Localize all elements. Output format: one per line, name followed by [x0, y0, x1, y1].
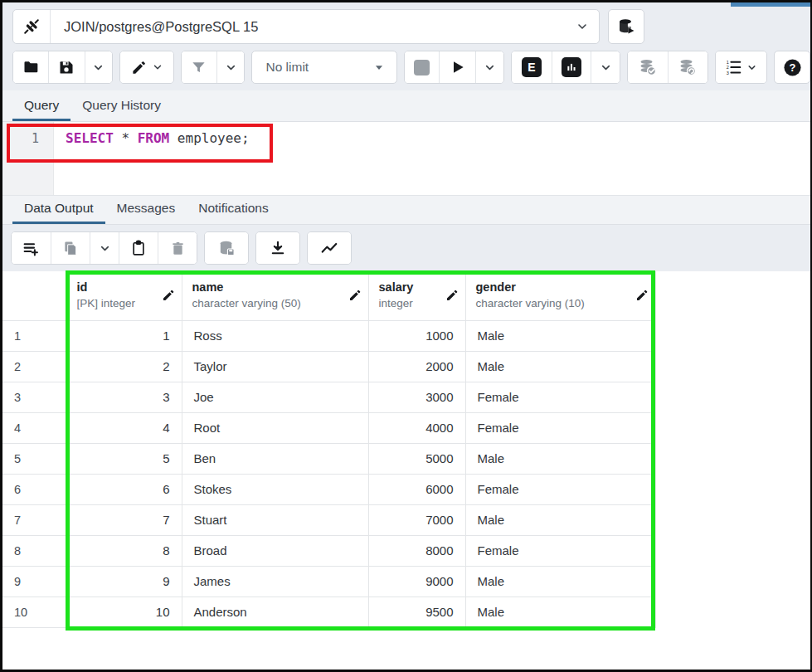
sql-editor[interactable]: 1 SELECT * FROM employee; [2, 122, 810, 195]
cell-gender[interactable]: Male [465, 443, 655, 474]
row-number[interactable]: 8 [2, 535, 66, 566]
results-table-header: id[PK] integernamecharacter varying (50)… [2, 271, 655, 320]
select-all-corner[interactable] [2, 271, 66, 320]
cell-id[interactable]: 8 [66, 535, 182, 566]
cell-name[interactable]: Ross [182, 320, 368, 351]
cell-id[interactable]: 7 [66, 504, 182, 535]
edit-dropdown-button[interactable] [120, 51, 173, 83]
cell-salary[interactable]: 3000 [368, 382, 465, 412]
save-file-button[interactable] [48, 51, 85, 83]
cell-salary[interactable]: 2000 [368, 351, 465, 382]
row-number[interactable]: 3 [2, 382, 66, 412]
execute-options-dropdown[interactable] [475, 51, 503, 83]
cell-salary[interactable]: 5000 [368, 443, 465, 474]
tab-data-output[interactable]: Data Output [12, 194, 105, 224]
copy-options-dropdown[interactable] [90, 232, 119, 264]
cell-salary[interactable]: 7000 [368, 504, 465, 535]
cell-gender[interactable]: Female [465, 474, 655, 504]
filter-button[interactable] [182, 51, 216, 83]
tab-query[interactable]: Query [12, 91, 71, 121]
row-number[interactable]: 9 [2, 566, 66, 597]
copy-button[interactable] [51, 232, 90, 264]
explain-button[interactable]: E [512, 51, 552, 83]
cell-salary[interactable]: 6000 [368, 474, 465, 504]
help-button[interactable]: ? [774, 51, 810, 84]
database-commit-icon [638, 57, 658, 77]
delete-row-button[interactable] [158, 232, 197, 264]
cell-gender[interactable]: Male [465, 504, 655, 535]
column-header-salary[interactable]: salaryinteger [368, 271, 465, 320]
row-number[interactable]: 7 [2, 504, 66, 535]
cell-salary[interactable]: 4000 [368, 412, 465, 443]
tab-query-history[interactable]: Query History [71, 91, 173, 121]
rollback-button[interactable] [668, 51, 707, 83]
column-header-gender[interactable]: gendercharacter varying (10) [465, 271, 655, 320]
cell-id[interactable]: 3 [66, 382, 182, 412]
chevron-down-icon [746, 62, 757, 73]
cancel-query-button[interactable] [405, 51, 440, 83]
cell-name[interactable]: Joe [182, 382, 368, 412]
edit-column-icon[interactable] [162, 289, 175, 302]
cell-name[interactable]: Stuart [182, 504, 368, 535]
cell-id[interactable]: 5 [66, 443, 182, 474]
cell-salary[interactable]: 8000 [368, 535, 465, 566]
cell-id[interactable]: 9 [66, 566, 182, 597]
execute-query-button[interactable] [439, 51, 475, 83]
save-data-changes-button[interactable] [205, 232, 248, 264]
save-options-dropdown[interactable] [85, 51, 113, 83]
edit-column-icon[interactable] [445, 289, 459, 302]
cell-name[interactable]: Root [182, 412, 368, 443]
cell-name[interactable]: James [182, 566, 368, 597]
cell-name[interactable]: Broad [182, 535, 368, 566]
cell-id[interactable]: 1 [66, 320, 182, 351]
cell-id[interactable]: 6 [66, 474, 182, 504]
edit-column-icon[interactable] [348, 289, 362, 302]
row-number[interactable]: 1 [2, 320, 66, 351]
cell-salary[interactable]: 9500 [368, 597, 465, 627]
add-row-button[interactable] [12, 232, 51, 264]
sql-code-line[interactable]: SELECT * FROM employee; [54, 122, 250, 195]
row-number[interactable]: 10 [2, 597, 66, 627]
connection-select[interactable]: JOIN/postgres@PostgreSQL 15 [51, 10, 599, 43]
open-file-button[interactable] [13, 51, 48, 83]
stop-icon [414, 60, 430, 75]
filter-options-dropdown[interactable] [216, 51, 245, 83]
row-number[interactable]: 2 [2, 351, 66, 382]
row-limit-select[interactable]: No limit [251, 51, 396, 84]
explain-options-dropdown[interactable] [591, 51, 620, 83]
tab-messages[interactable]: Messages [105, 194, 187, 224]
line-chart-icon [320, 239, 338, 257]
new-connection-button[interactable] [608, 9, 644, 44]
cell-name[interactable]: Ben [182, 443, 368, 474]
macros-dropdown-button[interactable]: 1 2 3 [716, 51, 767, 83]
cell-id[interactable]: 4 [66, 412, 182, 443]
cell-salary[interactable]: 9000 [368, 566, 465, 597]
row-number[interactable]: 6 [2, 474, 66, 504]
explain-analyze-button[interactable] [552, 51, 591, 83]
cell-id[interactable]: 2 [66, 351, 182, 382]
column-header-name[interactable]: namecharacter varying (50) [182, 271, 368, 320]
row-number[interactable]: 4 [2, 412, 66, 443]
tab-notifications[interactable]: Notifications [187, 194, 280, 224]
cell-gender[interactable]: Male [465, 351, 655, 382]
cell-id[interactable]: 10 [66, 597, 182, 627]
cell-gender[interactable]: Male [465, 597, 655, 627]
cell-gender[interactable]: Female [465, 412, 655, 443]
cell-name[interactable]: Anderson [182, 597, 368, 627]
edit-column-icon[interactable] [635, 289, 649, 302]
paste-button[interactable] [119, 232, 158, 264]
connection-status-button[interactable] [13, 10, 51, 43]
cell-gender[interactable]: Male [465, 320, 655, 351]
download-results-button[interactable] [256, 232, 299, 264]
cell-gender[interactable]: Male [465, 566, 655, 597]
commit-button[interactable] [628, 51, 668, 83]
cell-name[interactable]: Taylor [182, 351, 368, 382]
cell-name[interactable]: Stokes [182, 474, 368, 504]
cell-gender[interactable]: Female [465, 535, 655, 566]
cell-gender[interactable]: Female [465, 382, 655, 412]
row-number[interactable]: 5 [2, 443, 66, 474]
column-header-id[interactable]: id[PK] integer [66, 271, 182, 320]
cell-salary[interactable]: 1000 [368, 320, 465, 351]
graph-visualiser-button[interactable] [308, 232, 351, 264]
pgadmin-query-tool-window: JOIN/postgres@PostgreSQL 15 [0, 0, 812, 672]
